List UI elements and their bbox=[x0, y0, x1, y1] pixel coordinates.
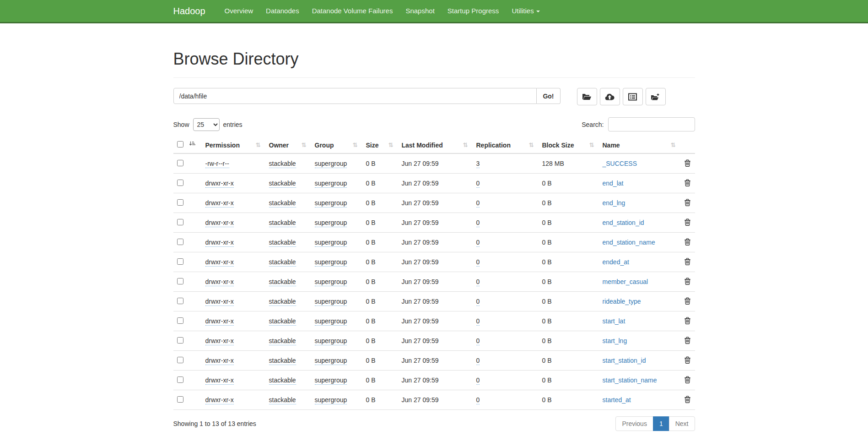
trash-icon[interactable] bbox=[684, 316, 691, 326]
row-checkbox[interactable] bbox=[177, 239, 183, 245]
nav-overview[interactable]: Overview bbox=[218, 0, 260, 22]
owner-value[interactable]: stackable bbox=[269, 180, 296, 188]
owner-value[interactable]: stackable bbox=[269, 239, 296, 247]
file-name-link[interactable]: end_lat bbox=[603, 180, 624, 187]
header-permission[interactable]: Permission⇅ bbox=[202, 137, 265, 153]
trash-icon[interactable] bbox=[684, 356, 691, 365]
nav-datanode-volume-failures[interactable]: Datanode Volume Failures bbox=[306, 0, 399, 22]
nav-startup-progress[interactable]: Startup Progress bbox=[441, 0, 506, 22]
file-name-link[interactable]: member_casual bbox=[603, 278, 648, 285]
trash-icon[interactable] bbox=[684, 238, 691, 247]
permission-value[interactable]: -rw-r--r-- bbox=[205, 160, 229, 168]
go-button[interactable]: Go! bbox=[537, 88, 560, 104]
group-value[interactable]: supergroup bbox=[315, 160, 347, 168]
row-checkbox[interactable] bbox=[177, 219, 183, 225]
header-replication[interactable]: Replication⇅ bbox=[473, 137, 539, 153]
replication-value[interactable]: 0 bbox=[476, 199, 480, 207]
row-checkbox[interactable] bbox=[177, 298, 183, 304]
file-name-link[interactable]: started_at bbox=[603, 396, 631, 404]
permission-value[interactable]: drwxr-xr-x bbox=[205, 396, 234, 404]
header-size[interactable]: Size⇅ bbox=[362, 137, 398, 153]
owner-value[interactable]: stackable bbox=[269, 317, 296, 326]
replication-value[interactable]: 0 bbox=[476, 239, 480, 247]
row-checkbox[interactable] bbox=[177, 337, 183, 344]
permission-value[interactable]: drwxr-xr-x bbox=[205, 357, 234, 365]
owner-value[interactable]: stackable bbox=[269, 337, 296, 345]
search-input[interactable] bbox=[608, 117, 695, 131]
trash-icon[interactable] bbox=[684, 395, 691, 404]
file-name-link[interactable]: ended_at bbox=[603, 258, 629, 266]
owner-value[interactable]: stackable bbox=[269, 298, 296, 306]
pagination-previous[interactable]: Previous bbox=[615, 416, 653, 431]
permission-value[interactable]: drwxr-xr-x bbox=[205, 219, 234, 227]
permission-value[interactable]: drwxr-xr-x bbox=[205, 278, 234, 286]
pagination-next[interactable]: Next bbox=[669, 416, 695, 431]
replication-value[interactable]: 0 bbox=[476, 396, 480, 404]
owner-value[interactable]: stackable bbox=[269, 377, 296, 385]
replication-value[interactable]: 0 bbox=[476, 219, 480, 227]
replication-value[interactable]: 0 bbox=[476, 357, 480, 365]
file-name-link[interactable]: rideable_type bbox=[603, 298, 641, 305]
row-checkbox[interactable] bbox=[177, 160, 183, 166]
row-checkbox[interactable] bbox=[177, 278, 183, 284]
trash-icon[interactable] bbox=[684, 277, 691, 286]
permission-value[interactable]: drwxr-xr-x bbox=[205, 317, 234, 326]
permission-value[interactable]: drwxr-xr-x bbox=[205, 377, 234, 385]
header-last-modified[interactable]: Last Modified⇅ bbox=[398, 137, 473, 153]
header-name[interactable]: Name⇅ bbox=[599, 137, 680, 153]
nav-snapshot[interactable]: Snapshot bbox=[399, 0, 441, 22]
owner-value[interactable]: stackable bbox=[269, 160, 296, 168]
pagination-page-1[interactable]: 1 bbox=[653, 416, 669, 431]
row-checkbox[interactable] bbox=[177, 357, 183, 363]
owner-value[interactable]: stackable bbox=[269, 219, 296, 227]
file-name-link[interactable]: end_lng bbox=[603, 199, 625, 207]
owner-value[interactable]: stackable bbox=[269, 396, 296, 404]
permission-value[interactable]: drwxr-xr-x bbox=[205, 258, 234, 267]
group-value[interactable]: supergroup bbox=[315, 219, 347, 227]
select-all-checkbox[interactable] bbox=[177, 141, 183, 147]
replication-value[interactable]: 0 bbox=[476, 377, 480, 385]
trash-icon[interactable] bbox=[684, 336, 691, 345]
row-checkbox[interactable] bbox=[177, 199, 183, 206]
header-owner[interactable]: Owner⇅ bbox=[265, 137, 311, 153]
trash-icon[interactable] bbox=[684, 376, 691, 385]
file-name-link[interactable]: end_station_id bbox=[603, 219, 644, 226]
header-block-size[interactable]: Block Size⇅ bbox=[539, 137, 599, 153]
page-size-select[interactable]: 25 bbox=[193, 118, 220, 131]
create-directory-button[interactable] bbox=[577, 88, 597, 105]
file-name-link[interactable]: start_station_id bbox=[603, 357, 646, 364]
trash-icon[interactable] bbox=[684, 297, 691, 306]
select-all-header[interactable] bbox=[173, 137, 202, 153]
replication-value[interactable]: 0 bbox=[476, 337, 480, 345]
trash-icon[interactable] bbox=[684, 198, 691, 207]
owner-value[interactable]: stackable bbox=[269, 278, 296, 286]
nav-datanodes[interactable]: Datanodes bbox=[259, 0, 306, 22]
permission-value[interactable]: drwxr-xr-x bbox=[205, 298, 234, 306]
row-checkbox[interactable] bbox=[177, 180, 183, 186]
owner-value[interactable]: stackable bbox=[269, 199, 296, 207]
header-group[interactable]: Group⇅ bbox=[311, 137, 362, 153]
row-checkbox[interactable] bbox=[177, 377, 183, 383]
group-value[interactable]: supergroup bbox=[315, 357, 347, 365]
replication-value[interactable]: 0 bbox=[476, 180, 480, 188]
navbar-brand[interactable]: Hadoop bbox=[173, 6, 205, 16]
trash-icon[interactable] bbox=[684, 257, 691, 267]
concat-files-button[interactable] bbox=[623, 88, 643, 105]
replication-value[interactable]: 0 bbox=[476, 258, 480, 267]
group-value[interactable]: supergroup bbox=[315, 298, 347, 306]
replication-value[interactable]: 3 bbox=[476, 160, 480, 168]
group-value[interactable]: supergroup bbox=[315, 199, 347, 207]
move-file-button[interactable] bbox=[646, 88, 666, 105]
file-name-link[interactable]: _SUCCESS bbox=[603, 160, 637, 167]
file-name-link[interactable]: start_lng bbox=[603, 337, 627, 344]
file-name-link[interactable]: start_station_name bbox=[603, 377, 657, 384]
group-value[interactable]: supergroup bbox=[315, 239, 347, 247]
group-value[interactable]: supergroup bbox=[315, 337, 347, 345]
replication-value[interactable]: 0 bbox=[476, 278, 480, 286]
replication-value[interactable]: 0 bbox=[476, 317, 480, 326]
group-value[interactable]: supergroup bbox=[315, 278, 347, 286]
row-checkbox[interactable] bbox=[177, 317, 183, 324]
group-value[interactable]: supergroup bbox=[315, 180, 347, 188]
file-name-link[interactable]: start_lat bbox=[603, 317, 625, 325]
trash-icon[interactable] bbox=[684, 179, 691, 188]
